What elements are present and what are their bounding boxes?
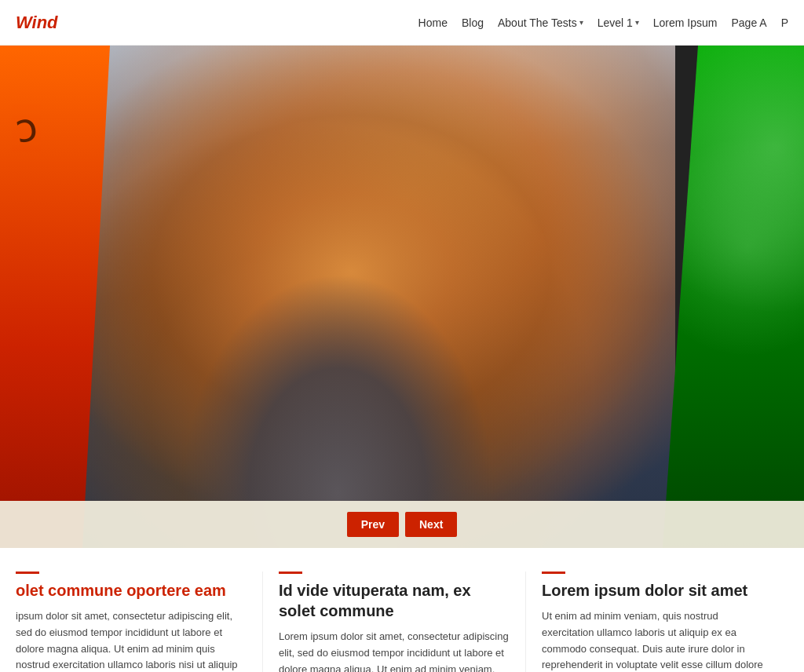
site-header: Wind Home Blog About The Tests ▾ Level 1… xyxy=(0,0,804,46)
slide-right-panel xyxy=(663,46,804,548)
slider-controls: Prev Next xyxy=(0,501,804,548)
chevron-down-icon: ▾ xyxy=(635,18,639,27)
decorative-swirl: ↄ xyxy=(13,107,40,149)
next-button[interactable]: Next xyxy=(405,512,457,537)
nav-home[interactable]: Home xyxy=(418,16,448,29)
red-accent-3 xyxy=(542,572,565,574)
red-accent-2 xyxy=(279,572,302,574)
chevron-down-icon: ▾ xyxy=(579,18,583,27)
post-body-2: Lorem ipsum dolor sit amet, consectetur … xyxy=(279,629,510,672)
prev-button[interactable]: Prev xyxy=(347,512,399,537)
site-logo[interactable]: Wind xyxy=(16,13,58,33)
nav-page-a[interactable]: Page A xyxy=(732,16,767,29)
main-nav: Home Blog About The Tests ▾ Level 1 ▾ Lo… xyxy=(418,16,788,29)
nav-level1[interactable]: Level 1 ▾ xyxy=(598,16,639,29)
content-section: olet commune oportere eam ipsum dolor si… xyxy=(0,548,804,672)
nav-about-tests[interactable]: About The Tests ▾ xyxy=(498,16,583,29)
post-title-1: olet commune oportere eam xyxy=(16,580,247,601)
slide-right-content xyxy=(663,46,804,548)
post-title-3: Lorem ipsum dolor sit amet xyxy=(542,580,773,601)
post-body-1: ipsum dolor sit amet, consectetur adipis… xyxy=(16,608,247,672)
post-col-1: olet commune oportere eam ipsum dolor si… xyxy=(16,572,263,672)
post-col-2: Id vide vituperata nam, ex solet commune… xyxy=(263,572,526,672)
nav-lorem-ipsum[interactable]: Lorem Ipsum xyxy=(653,16,718,29)
red-accent-1 xyxy=(16,572,39,574)
post-title-2: Id vide vituperata nam, ex solet commune xyxy=(279,580,510,621)
post-col-3: Lorem ipsum dolor sit amet Ut enim ad mi… xyxy=(526,572,788,672)
post-body-3: Ut enim ad minim veniam, quis nostrud ex… xyxy=(542,608,773,672)
nav-page-p[interactable]: P xyxy=(781,16,788,29)
nav-blog[interactable]: Blog xyxy=(462,16,484,29)
hero-slider: ↄ Prev Next xyxy=(0,46,804,548)
